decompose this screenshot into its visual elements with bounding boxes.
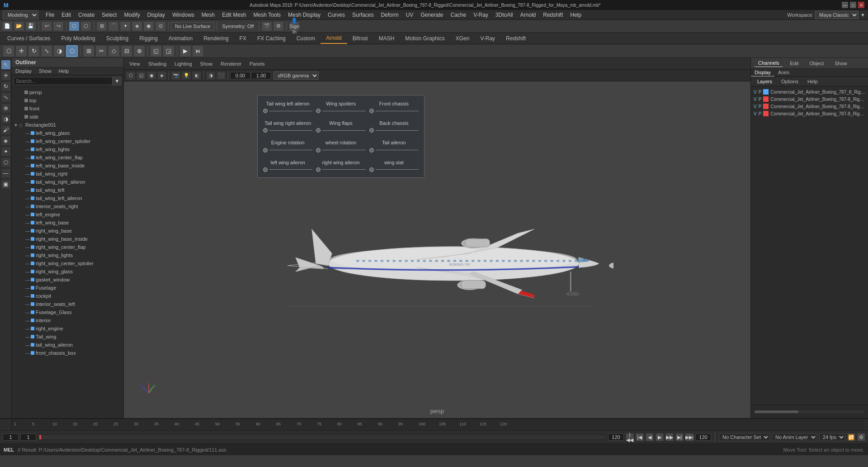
play-start-button[interactable]: |◀◀: [626, 433, 634, 441]
menu-select[interactable]: Select: [98, 11, 120, 19]
viewport-wireframe-button[interactable]: ◱: [136, 71, 146, 80]
layer-row-4[interactable]: V P Commercial_Jet_Airliner_Boeing_787-8…: [751, 110, 868, 117]
overlay-cell-left-wing-aileron[interactable]: left wing aileron: [263, 160, 312, 172]
menu-deform[interactable]: Deform: [377, 11, 402, 19]
bevel-button[interactable]: ◇: [108, 45, 120, 57]
overlay-cell-wing-spoilers[interactable]: Wing spoilers: [316, 101, 365, 113]
tree-item-right-wing-base-inside[interactable]: — right_wing_base_inside: [12, 235, 123, 243]
tree-item-right-wing-glass[interactable]: — right_wing_glass: [12, 267, 123, 276]
tab-custom[interactable]: Custom: [291, 33, 321, 43]
menu-arnold[interactable]: Arnold: [517, 11, 540, 19]
viewport-lights-button[interactable]: 💡: [181, 71, 191, 80]
tab-mash[interactable]: MASH: [373, 33, 400, 43]
tab-fx-caching[interactable]: FX Caching: [252, 33, 291, 43]
ipr-button[interactable]: ⏯: [192, 45, 204, 57]
tab-arnold[interactable]: Arnold: [321, 33, 347, 44]
tree-item-interior-seats-left[interactable]: — interior_seats_left: [12, 300, 123, 308]
overlay-cell-wing-flaps[interactable]: Wing flaps: [316, 120, 365, 133]
menu-cache[interactable]: Cache: [447, 11, 470, 19]
tab-vray[interactable]: V-Ray: [475, 33, 500, 43]
expand-icon[interactable]: ▼: [860, 12, 865, 18]
play-end-button[interactable]: ▶▶|: [685, 433, 693, 441]
sculpt-tool[interactable]: ◈: [1, 136, 11, 146]
viewport-cameras-button[interactable]: 📷: [171, 71, 181, 80]
scale-tool[interactable]: ⤡: [1, 92, 11, 102]
play-fwd-button[interactable]: ▶▶: [665, 433, 674, 441]
tab-motion-graphics[interactable]: Motion Graphics: [400, 33, 450, 43]
viewport-view-menu[interactable]: View: [126, 60, 144, 67]
menu-edit[interactable]: Edit: [58, 11, 75, 19]
tree-item-top[interactable]: top: [12, 96, 123, 105]
tree-item-right-wing-center-flap[interactable]: — right_wing_center_flap: [12, 243, 123, 251]
menu-surfaces[interactable]: Surfaces: [349, 11, 377, 19]
overlay-cell-tail-right-aileron[interactable]: Tail wing right aileron: [263, 120, 312, 133]
mel-indicator[interactable]: MEL: [4, 447, 14, 453]
timeline-track[interactable]: [38, 434, 606, 440]
play-button[interactable]: ▶: [656, 433, 664, 441]
outliner-show-menu[interactable]: Show: [35, 67, 55, 75]
range-start-input[interactable]: [20, 434, 36, 441]
tree-item-left-wing-center-flap[interactable]: — left_wing_center_flap: [12, 153, 123, 162]
viewport-canvas[interactable]: BOEING 787 Tail wing left aileron Wing s…: [124, 81, 750, 418]
viewport-value2-input[interactable]: [251, 72, 271, 79]
edge-select[interactable]: —: [1, 168, 11, 178]
tree-item-left-engine[interactable]: — left_engine: [12, 210, 123, 219]
no-live-surface-button[interactable]: No Live Surface: [171, 22, 214, 30]
overlay-cell-right-wing-aileron[interactable]: right wing aileron: [316, 160, 365, 172]
render-view-button[interactable]: ▶: [179, 45, 191, 57]
viewport-ao-button[interactable]: ◑: [206, 71, 216, 80]
snap-view-button[interactable]: ◉: [143, 21, 154, 31]
tree-item-rectangle001[interactable]: ▼ ◇ Rectangle001: [12, 121, 123, 129]
viewport-anti-alias-button[interactable]: ⬛: [216, 71, 226, 80]
menu-modify[interactable]: Modify: [120, 11, 143, 19]
tab-redshift[interactable]: Redshift: [500, 33, 531, 43]
tree-item-fuselage-glass[interactable]: — Fuselage_Glass: [12, 308, 123, 316]
save-file-button[interactable]: 💾: [25, 21, 36, 31]
menu-uv[interactable]: UV: [402, 11, 417, 19]
tab-rendering[interactable]: Rendering: [198, 33, 234, 43]
play-next-key-button[interactable]: ▶|: [675, 433, 684, 441]
viewport-shaded-button[interactable]: ◈: [157, 71, 167, 80]
layer-row-1[interactable]: V P Commercial_Jet_Airliner_Boeing_787_8…: [751, 88, 868, 95]
tree-item-tail-wing-right-aileron[interactable]: — tail_wing_right_aileron: [12, 178, 123, 186]
channels-tab-object[interactable]: Object: [806, 60, 827, 67]
tree-item-right-wing-lights[interactable]: — right_wing_lights: [12, 251, 123, 259]
paint-tool[interactable]: 🖌: [1, 125, 11, 135]
open-file-button[interactable]: 📂: [14, 21, 24, 31]
poly-extrude-button[interactable]: ⬡: [66, 45, 78, 57]
universal-manip[interactable]: ⊕: [1, 103, 11, 113]
menu-redshift[interactable]: Redshift: [539, 11, 566, 19]
tree-item-front[interactable]: front: [12, 105, 123, 113]
channels-scroll-thumb[interactable]: [755, 410, 798, 413]
channels-sub-help[interactable]: Help: [805, 78, 821, 85]
snap-live-button[interactable]: ⊙: [155, 21, 166, 31]
viewport-perspective-button[interactable]: ⬡: [126, 71, 136, 80]
overlay-cell-tail-aileron[interactable]: Tail aileron: [369, 140, 419, 152]
timeline-playhead[interactable]: [39, 435, 41, 439]
viewport-lighting-menu[interactable]: Lighting: [171, 60, 196, 67]
tree-item-left-wing-base[interactable]: — left_wing_base: [12, 219, 123, 227]
outliner-tree[interactable]: persp top front side ▼: [12, 87, 123, 418]
tree-item-right-engine[interactable]: — right_engine: [12, 324, 123, 333]
viewport-shading-menu[interactable]: Shading: [145, 60, 170, 67]
multi-cut-button[interactable]: ✂: [95, 45, 107, 57]
cluster-tool[interactable]: ✦: [1, 147, 11, 157]
snap-grid-icon[interactable]: ⊞: [83, 45, 94, 57]
component-select[interactable]: ⬡: [1, 157, 11, 167]
channels-scroll-track[interactable]: [755, 410, 864, 413]
channels-tab-edit[interactable]: Edit: [786, 60, 802, 67]
layer-row-3[interactable]: V P Commercial_Jet_Airliner_Boeing_787-8…: [751, 103, 868, 110]
tree-item-tail-wing-right[interactable]: — tail_wing_right: [12, 170, 123, 178]
maximize-button[interactable]: □: [850, 2, 856, 8]
select-tool[interactable]: ↖: [1, 60, 11, 70]
end-frame-input[interactable]: [695, 434, 711, 441]
tab-rigging[interactable]: Rigging: [134, 33, 163, 43]
close-button[interactable]: ✕: [858, 2, 864, 8]
overlay-cell-back-chassis[interactable]: Back chassis: [369, 120, 419, 133]
overlay-cell-engine-rotation[interactable]: Engine rotation: [263, 140, 312, 152]
tree-item-tail-wing-left[interactable]: — tail_wing_left: [12, 186, 123, 194]
tab-bifrost[interactable]: Bifrost: [347, 33, 373, 43]
tab-curves-surfaces[interactable]: Curves / Surfaces: [2, 33, 56, 43]
channels-tab-channels[interactable]: Channels: [755, 59, 783, 67]
menu-generate[interactable]: Generate: [417, 11, 447, 19]
